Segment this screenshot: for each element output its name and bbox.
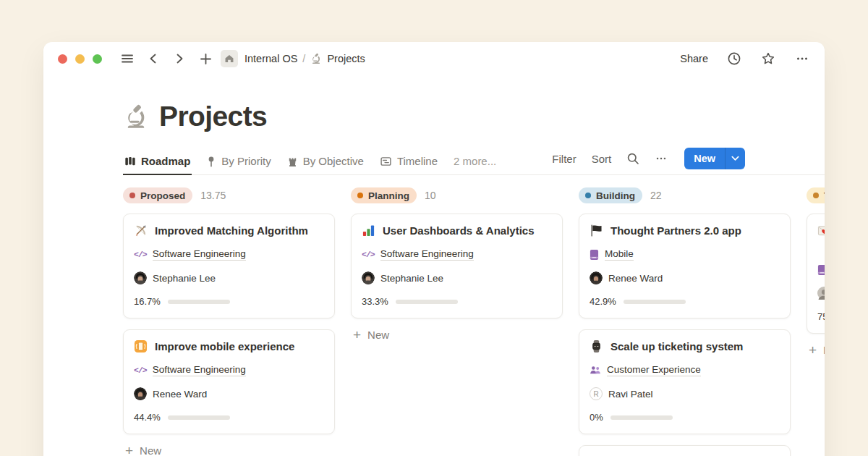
progress-label: 44.4% xyxy=(134,412,161,423)
card-clipped[interactable]: 75% xyxy=(807,214,825,334)
column-proposed: Proposed 13.75 Improved Matching Algorit… xyxy=(123,187,335,456)
avatar xyxy=(362,271,375,284)
breadcrumb-root[interactable]: Internal OS xyxy=(244,53,297,64)
team-relation[interactable]: Software Engineering xyxy=(380,248,474,261)
tab-label: By Priority xyxy=(221,155,271,167)
tab-roadmap[interactable]: Roadmap xyxy=(123,151,192,175)
avatar xyxy=(134,387,147,400)
status-dot xyxy=(357,193,363,198)
card-scale-up-ticketing-system[interactable]: Scale up ticketing system Customer Exper… xyxy=(579,329,791,434)
new-tab-icon[interactable] xyxy=(197,51,213,67)
person-name[interactable]: Stephanie Lee xyxy=(380,273,443,284)
minimize-window-button[interactable] xyxy=(75,54,85,64)
avatar xyxy=(134,271,147,284)
add-card-button[interactable]: + New xyxy=(123,444,335,456)
column-planning: Planning 10 User Dashboards & Analytics xyxy=(351,187,563,341)
progress-bar xyxy=(624,300,686,304)
mobile-vibration-icon xyxy=(134,339,148,353)
status-dot xyxy=(585,193,591,198)
microscope-icon[interactable] xyxy=(123,104,149,130)
card-improved-matching-algorithm[interactable]: Improved Matching Algorithm </> Software… xyxy=(123,214,335,318)
tab-timeline[interactable]: Timeline xyxy=(378,151,439,175)
kanban-board: Proposed 13.75 Improved Matching Algorit… xyxy=(123,187,825,456)
rook-icon xyxy=(287,156,298,167)
card-title: Scale up ticketing system xyxy=(610,339,743,353)
status-dot xyxy=(813,193,819,198)
tab-more-views[interactable]: 2 more... xyxy=(452,151,498,175)
star-icon[interactable] xyxy=(760,51,776,67)
maximize-window-button[interactable] xyxy=(93,54,102,64)
view-options-icon[interactable] xyxy=(655,152,668,165)
progress-bar xyxy=(610,415,673,420)
card-user-dashboards-analytics[interactable]: User Dashboards & Analytics </> Software… xyxy=(351,214,563,318)
status-badge[interactable]: T xyxy=(807,187,825,203)
person-name[interactable]: Ravi Patel xyxy=(608,389,653,400)
column-count: 10 xyxy=(425,190,436,201)
status-badge[interactable]: Building xyxy=(579,187,642,203)
progress-bar xyxy=(168,300,230,304)
filter-button[interactable]: Filter xyxy=(552,153,576,165)
column-name: T xyxy=(824,190,825,201)
add-card-button[interactable]: + New xyxy=(351,329,563,341)
new-button[interactable]: New xyxy=(684,148,745,169)
forward-icon[interactable] xyxy=(171,51,187,67)
code-icon: </> xyxy=(134,366,147,375)
team-relation[interactable]: Customer Experience xyxy=(607,364,701,376)
team-relation[interactable]: Mobile xyxy=(605,248,634,261)
column-count: 22 xyxy=(650,190,662,201)
person-name[interactable]: Stephanie Lee xyxy=(153,273,216,284)
breadcrumb: Internal OS / Projects xyxy=(244,53,365,64)
team-relation[interactable]: Software Engineering xyxy=(153,248,246,261)
card-title: Improved Matching Algorithm xyxy=(155,224,308,237)
breadcrumb-separator: / xyxy=(302,53,305,64)
add-card-label: New xyxy=(367,329,389,341)
share-button[interactable]: Share xyxy=(680,53,708,64)
home-icon[interactable] xyxy=(221,50,238,67)
black-flag-icon xyxy=(590,224,603,237)
add-card-button[interactable]: + New xyxy=(807,344,825,356)
bar-chart-icon xyxy=(362,224,375,237)
column-name: Proposed xyxy=(140,190,185,201)
status-badge[interactable]: Proposed xyxy=(123,187,192,203)
clock-icon[interactable] xyxy=(726,51,742,67)
card-improve-mobile-experience[interactable]: Improve mobile experience </> Software E… xyxy=(123,329,335,434)
progress-label: 33.3% xyxy=(362,296,388,307)
breadcrumb-current[interactable]: Projects xyxy=(327,53,365,64)
avatar xyxy=(817,287,825,300)
card-title: Improve mobile experience xyxy=(155,339,294,353)
column-name: Planning xyxy=(368,190,409,201)
status-badge[interactable]: Planning xyxy=(351,187,417,203)
close-window-button[interactable] xyxy=(58,54,67,64)
card-title: Thought Partners 2.0 app xyxy=(610,224,741,237)
team-relation[interactable]: Software Engineering xyxy=(153,364,246,376)
add-card-label: New xyxy=(140,444,161,456)
back-icon[interactable] xyxy=(145,51,161,67)
plus-icon: + xyxy=(809,345,817,355)
progress-bar xyxy=(396,300,458,304)
chevron-down-icon[interactable] xyxy=(726,148,745,169)
column-building: Building 22 Thought Partners 2.0 app xyxy=(579,187,791,456)
bow-arrow-icon xyxy=(134,224,148,237)
plus-icon: + xyxy=(125,446,133,456)
new-button-label[interactable]: New xyxy=(684,148,725,169)
status-dot xyxy=(129,193,135,198)
search-icon[interactable] xyxy=(626,152,639,165)
progress-label: 0% xyxy=(590,412,603,423)
menu-icon[interactable] xyxy=(119,51,135,67)
card-optimize-internal-systems[interactable]: Optimize internal systems for xyxy=(579,445,791,456)
board-icon xyxy=(124,156,136,167)
sort-button[interactable]: Sort xyxy=(592,153,612,165)
watch-icon xyxy=(590,339,603,353)
window-topbar: Internal OS / Projects Share xyxy=(43,42,825,75)
progress-label: 42.9% xyxy=(590,296,616,307)
tab-label: Timeline xyxy=(397,155,438,167)
microscope-icon xyxy=(310,53,322,64)
column-clipped: T xyxy=(807,187,825,356)
person-name[interactable]: Renee Ward xyxy=(608,273,663,284)
tab-by-objective[interactable]: By Objective xyxy=(286,151,365,175)
person-name[interactable]: Renee Ward xyxy=(153,389,207,400)
card-thought-partners-app[interactable]: Thought Partners 2.0 app Mobile xyxy=(579,214,791,318)
more-icon[interactable] xyxy=(794,51,810,67)
tab-by-priority[interactable]: By Priority xyxy=(205,151,272,175)
people-icon xyxy=(590,365,601,376)
